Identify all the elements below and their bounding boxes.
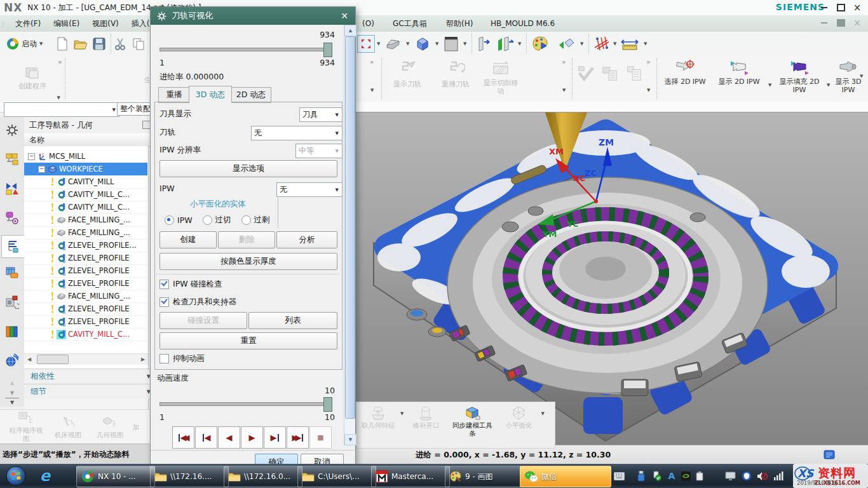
part-navigator-button[interactable] [2,208,22,227]
orient-dropdown-caret[interactable]: ▼ [435,41,438,46]
menu-gc-toolbox[interactable]: GC工具箱 [386,15,433,32]
autodesk-tray-icon[interactable]: A [666,470,677,482]
shaded-dropdown-caret[interactable]: ▼ [406,41,409,46]
create-program-label[interactable]: 创建程序 [18,83,46,91]
delete-button[interactable]: 删除 [218,231,275,248]
network-signal-icon[interactable] [773,470,784,482]
group-expand-caret[interactable]: ▼ [57,95,60,100]
speed-slider-track[interactable] [159,402,331,406]
operation-navigator-button[interactable] [1,235,24,258]
new-file-icon[interactable] [56,37,69,51]
taskbar-paint-button[interactable]: 9 - 画图 [445,466,525,487]
clip-section2-icon[interactable] [497,36,515,52]
machine-sim-gray-icon[interactable] [601,65,619,83]
radio-gouge-icon[interactable] [203,215,212,225]
check-tool-holder-row[interactable]: 检查刀具和夹持器 [159,297,236,308]
taskbar-nx-button[interactable]: NX 10 - ... [76,466,155,487]
tree-row-operation[interactable]: ZLEVEL_PROFILE [24,302,147,316]
create-program-icon[interactable] [24,64,41,81]
extract-geometry-button[interactable]: 取几何特征 [356,405,400,430]
clip-dropdown-caret[interactable]: ▼ [518,41,521,46]
reuse-library-button[interactable] [2,263,22,282]
taskbar-wechat-button[interactable]: 微信 [520,466,611,487]
speed-slider-thumb[interactable] [323,397,332,412]
cut-icon[interactable] [114,37,127,50]
radio-ipw-icon[interactable] [165,215,174,225]
resourcebar-scroll-down[interactable]: ▼ [5,389,19,396]
measure-dropdown-caret[interactable]: ▼ [644,41,647,46]
scroll-right-icon[interactable]: ▶ [138,355,148,364]
dependencies-panel-header[interactable]: 相依性▼ [24,369,154,384]
web-browser-button[interactable] [2,351,22,370]
display-mode-icon[interactable] [444,36,459,52]
fit-dropdown-caret[interactable]: ▼ [377,41,380,46]
analyze-button[interactable]: 分析 [276,231,337,248]
clipboard-tray-icon[interactable] [694,470,705,482]
machining-wizard-button[interactable] [2,292,22,311]
motion-slider-thumb[interactable] [323,43,332,57]
navigator-hscrollbar[interactable]: ◀ ▶ [24,353,148,365]
list-gray-icon[interactable] [625,65,643,83]
group-overflow[interactable]: » [562,58,566,65]
selection-filter-combo[interactable]: ▼ [4,102,119,117]
go-to-start-button[interactable]: ◀◀ [172,426,194,449]
dropdown-caret[interactable]: ▼ [400,411,403,416]
step-back-button[interactable]: ◀ [218,426,240,449]
doc-restore-button[interactable] [832,17,849,29]
restore-button[interactable] [832,2,849,13]
security-shield-icon[interactable] [741,470,752,482]
collapse-icon[interactable]: − [28,153,35,160]
status-panel-icon[interactable] [824,449,835,461]
patch-openings-button[interactable]: 修补开口 [404,405,447,430]
constraint-display-icon[interactable] [592,35,610,53]
show-2d-ipw-button[interactable]: 显示 2D IPW [713,60,765,86]
toolpath-combo[interactable]: 无▼ [251,126,342,140]
assembly-navigator-button[interactable] [2,150,22,169]
input-method-icon[interactable] [613,470,625,482]
step-to-start-button[interactable]: ◀ [195,426,217,449]
list-button[interactable]: 列表 [248,312,337,329]
play-button[interactable]: ▶ [241,426,263,449]
taskbar-folder3-button[interactable]: C:\Users\... [297,466,376,487]
navigator-column-header[interactable]: 名称 [24,133,153,147]
facet-body-button[interactable]: 小平面化 [497,405,540,430]
open-file-icon[interactable] [74,37,88,50]
minimize-button[interactable] [816,2,832,13]
taskbar-folder1-button[interactable]: \\172.16.... [150,466,229,487]
menu-edit[interactable]: 编辑(E) [47,15,86,32]
synchronous-modeling-button[interactable]: 同步建模工具条 [447,405,497,437]
hscroll-thumb[interactable] [37,355,69,364]
tree-row-operation[interactable]: ZLEVEL_PROFILE [24,277,147,290]
tree-row-operation[interactable]: ZLEVEL_PROFILE [24,264,147,278]
doc-close-button[interactable]: × [849,17,865,29]
geometry-view-button[interactable]: 几何视图 [90,416,130,439]
group-overflow[interactable]: » [370,58,374,65]
dropdown-caret[interactable]: ▼ [541,411,544,416]
tree-row-operation[interactable]: ZLEVEL_PROFILE [24,315,147,329]
roles-gear-button[interactable] [2,121,22,140]
show-cut-moves-button[interactable]: 显示切削移动 [480,60,521,95]
step-forward-button[interactable]: ▶ [264,426,286,449]
program-order-view-button[interactable]: 程序顺序视图 [6,411,46,442]
fit-view-button[interactable] [357,35,375,53]
tab-3d-dynamic[interactable]: 3D 动态 [189,86,232,103]
dialog-title-bar[interactable]: 刀轨可视化 ✕ [151,7,355,25]
start-button[interactable] [5,465,27,487]
taskbar-mastercam-button[interactable]: Masterca... [371,466,450,487]
create-button[interactable]: 创建 [159,231,217,248]
scroll-up-icon[interactable]: ▲ [344,25,356,36]
dialog-close-icon[interactable]: ✕ [336,9,353,22]
clip-section-icon[interactable] [477,36,493,52]
tree-row-operation[interactable]: FACE_MILLING_... [24,214,147,227]
group-expand-caret[interactable]: ▼ [647,88,650,93]
group-overflow[interactable]: » [58,58,62,65]
replay-toolpath-button[interactable]: 重播刀轨 [433,60,478,89]
group-expand-caret[interactable]: ▼ [370,88,374,93]
tree-row-operation[interactable]: FACE_MILLING_... [24,226,147,240]
details-panel-header[interactable]: 细节▼ [24,384,154,400]
nvidia-tray-icon[interactable] [680,470,691,482]
ipw-collision-check-row[interactable]: IPW 碰撞检查 [159,279,222,290]
tree-row-operation[interactable]: ZLEVEL_PROFILE [24,252,147,265]
motion-slider-track[interactable] [159,48,331,51]
go-to-end-button[interactable]: ▶▶ [287,426,309,449]
